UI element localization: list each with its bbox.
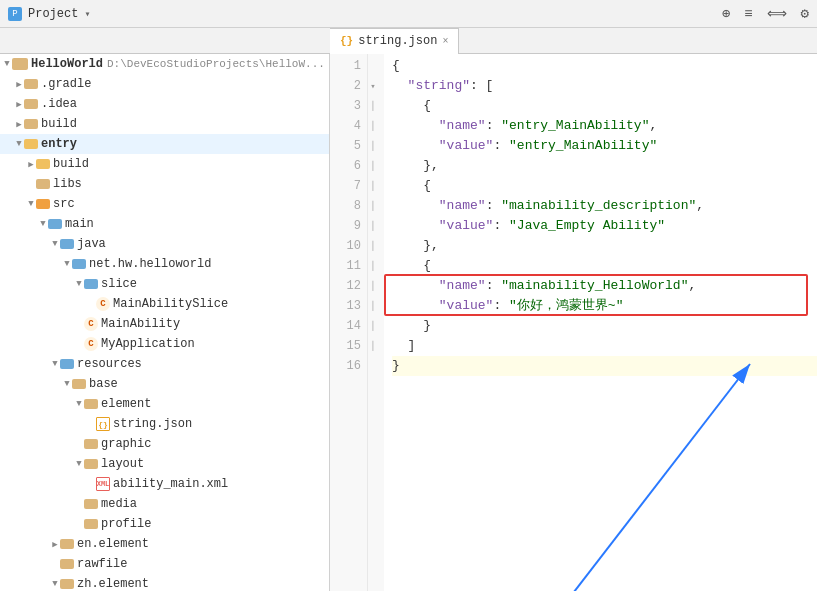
slice-folder-icon — [84, 279, 98, 289]
line-num-9: 9 — [330, 216, 361, 236]
line-num-12: 12 — [330, 276, 361, 296]
tree-item-rawfile[interactable]: ▶ rawfile — [0, 554, 329, 574]
code-token: "string" — [392, 76, 470, 96]
code-token: "entry_MainAbility" — [501, 116, 649, 136]
root-path: D:\DevEcoStudioProjects\HelloW... — [107, 58, 325, 70]
code-line-11: { — [392, 256, 817, 276]
code-token: "mainability_description" — [501, 196, 696, 216]
line-num-16: 16 — [330, 356, 361, 376]
tree-item-main[interactable]: ▼ main — [0, 214, 329, 234]
toolbar-expand-icon[interactable]: ⟺ — [767, 5, 787, 22]
line-num-14: 14 — [330, 316, 361, 336]
zh-element-folder-icon — [60, 579, 74, 589]
code-token: { — [392, 176, 431, 196]
code-token: "value" — [392, 296, 493, 316]
toolbar-list-icon[interactable]: ≡ — [744, 6, 752, 22]
tree-item-graphic[interactable]: ▶ graphic — [0, 434, 329, 454]
gutter-15: │ — [368, 336, 378, 356]
tree-item-resources[interactable]: ▼ resources — [0, 354, 329, 374]
tree-item-base[interactable]: ▼ base — [0, 374, 329, 394]
code-token: "value" — [392, 136, 493, 156]
tree-item-my-application[interactable]: ▶ C MyApplication — [0, 334, 329, 354]
base-arrow: ▼ — [62, 379, 72, 389]
line-num-7: 7 — [330, 176, 361, 196]
code-token: "name" — [392, 116, 486, 136]
main-arrow: ▼ — [38, 219, 48, 229]
code-token: : — [493, 296, 509, 316]
entry-build-label: build — [53, 157, 89, 171]
tree-item-media[interactable]: ▶ media — [0, 494, 329, 514]
tree-item-main-ability-slice[interactable]: ▶ C MainAbilitySlice — [0, 294, 329, 314]
gutter-1 — [368, 56, 378, 76]
tree-root[interactable]: ▼ HelloWorld D:\DevEcoStudioProjects\Hel… — [0, 54, 329, 74]
line-num-11: 11 — [330, 256, 361, 276]
tab-close-icon[interactable]: × — [442, 36, 448, 47]
code-token: { — [392, 96, 431, 116]
sj-element-icon: {} — [96, 417, 110, 431]
tab-bar: {} string.json × — [0, 28, 817, 54]
code-token: { — [392, 56, 400, 76]
graphic-label: graphic — [101, 437, 151, 451]
code-line-12: "name": "mainability_HelloWorld", — [392, 276, 817, 296]
code-line-7: { — [392, 176, 817, 196]
layout-label: layout — [101, 457, 144, 471]
tree-item-slice[interactable]: ▼ slice — [0, 274, 329, 294]
tree-item-element[interactable]: ▼ element — [0, 394, 329, 414]
sidebar: ▼ HelloWorld D:\DevEcoStudioProjects\Hel… — [0, 54, 330, 591]
libs-label: libs — [53, 177, 82, 191]
code-line-1: { — [392, 56, 817, 76]
code-token: }, — [392, 236, 439, 256]
tree-item-profile[interactable]: ▶ profile — [0, 514, 329, 534]
java-label: java — [77, 237, 106, 251]
gutter-11: │ — [368, 256, 378, 276]
libs-folder-icon — [36, 179, 50, 189]
title-dropdown-icon[interactable]: ▾ — [84, 8, 90, 20]
code-line-3: { — [392, 96, 817, 116]
editor-code-content[interactable]: { "string": [ { "name": "entry_MainAbili… — [384, 54, 817, 591]
ma-java-icon: C — [84, 317, 98, 331]
res-arrow: ▼ — [50, 359, 60, 369]
gutter-5: │ — [368, 136, 378, 156]
main-content: ▼ HelloWorld D:\DevEcoStudioProjects\Hel… — [0, 54, 817, 591]
tree-item-string-json-element[interactable]: ▶ {} string.json — [0, 414, 329, 434]
tab-string-json[interactable]: {} string.json × — [330, 28, 459, 54]
tree-item-package[interactable]: ▼ net.hw.helloworld — [0, 254, 329, 274]
tree-item-ability-main-xml[interactable]: ▶ XML ability_main.xml — [0, 474, 329, 494]
profile-label: profile — [101, 517, 151, 531]
tree-item-src[interactable]: ▼ src — [0, 194, 329, 214]
line-num-4: 4 — [330, 116, 361, 136]
media-folder-icon — [84, 499, 98, 509]
element-arrow: ▼ — [74, 399, 84, 409]
entry-build-arrow: ▶ — [26, 159, 36, 170]
tree-item-libs[interactable]: ▶ libs — [0, 174, 329, 194]
tree-item-idea[interactable]: ▶ .idea — [0, 94, 329, 114]
tree-item-java[interactable]: ▼ java — [0, 234, 329, 254]
toolbar-add-icon[interactable]: ⊕ — [722, 5, 730, 22]
tree-item-entry-build[interactable]: ▶ build — [0, 154, 329, 174]
line-num-13: 13 — [330, 296, 361, 316]
title-bar: P Project ▾ ⊕ ≡ ⟺ ⚙ — [0, 0, 817, 28]
layout-folder-icon — [84, 459, 98, 469]
rawfile-folder-icon — [60, 559, 74, 569]
tree-item-entry[interactable]: ▼ entry — [0, 134, 329, 154]
tree-item-gradle[interactable]: ▶ .gradle — [0, 74, 329, 94]
tree-item-layout[interactable]: ▼ layout — [0, 454, 329, 474]
gutter-9: │ — [368, 216, 378, 236]
code-token: }, — [392, 156, 439, 176]
en-element-folder-icon — [60, 539, 74, 549]
idea-folder-icon — [24, 99, 38, 109]
tree-item-zh-element[interactable]: ▼ zh.element — [0, 574, 329, 591]
gutter-12: │ — [368, 276, 378, 296]
code-token: : — [493, 136, 509, 156]
code-line-14: } — [392, 316, 817, 336]
tree-item-en-element[interactable]: ▶ en.element — [0, 534, 329, 554]
tree-item-main-ability[interactable]: ▶ C MainAbility — [0, 314, 329, 334]
code-token: "name" — [392, 276, 486, 296]
gutter-14: │ — [368, 316, 378, 336]
gutter-10: │ — [368, 236, 378, 256]
code-token: , — [688, 276, 696, 296]
code-token: "value" — [392, 216, 493, 236]
code-line-13: "value": "你好，鸿蒙世界~" — [392, 296, 817, 316]
tree-item-build[interactable]: ▶ build — [0, 114, 329, 134]
toolbar-settings-icon[interactable]: ⚙ — [801, 5, 809, 22]
